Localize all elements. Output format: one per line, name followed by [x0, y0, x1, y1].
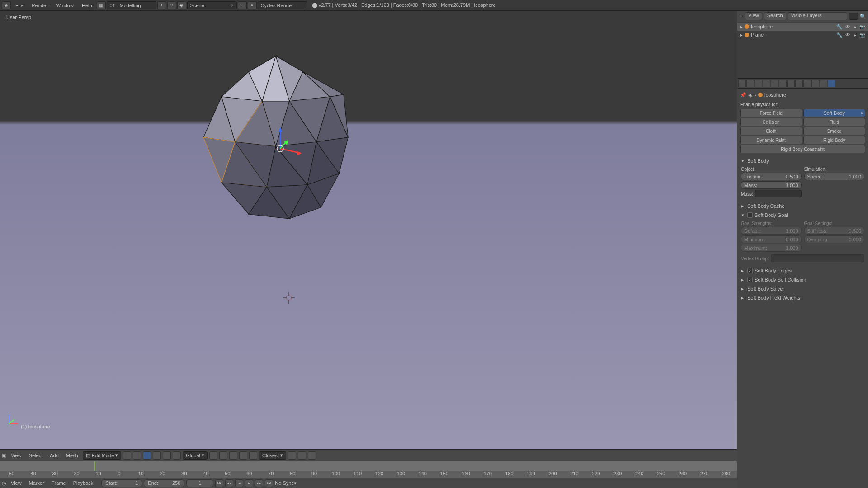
jump-prev-keyframe-button[interactable]: ◂◂	[225, 479, 233, 487]
layers-button[interactable]	[219, 451, 227, 460]
view3d-menu-select[interactable]: Select	[26, 453, 46, 458]
view3d-menu-view[interactable]: View	[8, 453, 24, 458]
collision-button[interactable]: Collision	[740, 118, 802, 126]
limit-selection-button[interactable]	[173, 451, 181, 460]
render-engine-dropdown[interactable]: Cycles Render	[258, 1, 307, 9]
search-icon[interactable]: 🔍	[860, 14, 866, 19]
disclosure-icon[interactable]: ▸	[740, 32, 743, 38]
pivot-button[interactable]	[133, 451, 141, 460]
layout-icon[interactable]: ▦	[97, 1, 106, 9]
self-collision-checkbox[interactable]	[747, 277, 753, 282]
close-icon[interactable]: ×	[861, 110, 863, 116]
outliner-filter-input[interactable]	[849, 13, 858, 20]
friction-field[interactable]: Friction:0.500	[741, 173, 802, 180]
play-reverse-button[interactable]: ◂	[235, 479, 243, 487]
playhead[interactable]	[94, 461, 95, 471]
blender-icon[interactable]: ◈	[2, 1, 11, 9]
menu-file[interactable]: File	[12, 0, 27, 11]
remove-layout-button[interactable]: ×	[167, 1, 176, 9]
snap-element-dropdown[interactable]: Closest▾	[259, 451, 286, 460]
current-frame-field[interactable]: 1	[186, 479, 213, 487]
tab-physics[interactable]	[828, 80, 835, 87]
restrict-select-icon[interactable]: ▸	[852, 24, 858, 29]
outliner-view-menu[interactable]: View	[745, 12, 762, 20]
timeline-menu-frame[interactable]: Frame	[49, 480, 69, 486]
rigid-body-button[interactable]: Rigid Body	[803, 136, 866, 144]
add-scene-button[interactable]: +	[238, 1, 247, 9]
tab-constraints[interactable]	[779, 80, 787, 87]
fluid-button[interactable]: Fluid	[803, 118, 866, 126]
menu-window[interactable]: Window	[52, 0, 77, 11]
frame-end-field[interactable]: End: 250	[144, 479, 184, 487]
play-button[interactable]: ▸	[245, 479, 253, 487]
proportional-edit-button[interactable]	[239, 451, 247, 460]
tab-render-layers[interactable]	[746, 80, 754, 87]
pin-icon[interactable]: 📌	[740, 92, 746, 98]
snap-toggle[interactable]	[249, 451, 257, 460]
sync-dropdown[interactable]: No Sync▾	[275, 480, 297, 486]
tab-scene[interactable]	[755, 80, 762, 87]
add-layout-button[interactable]: +	[157, 1, 166, 9]
restrict-view-icon[interactable]: 👁	[844, 24, 851, 29]
panel-header-goal[interactable]: ▼Soft Body Goal	[740, 211, 865, 219]
tab-particles[interactable]	[820, 80, 827, 87]
timeline-editor-type-icon[interactable]: ◷	[2, 480, 6, 486]
restrict-render-icon[interactable]: 📷	[859, 24, 865, 29]
select-mode-face[interactable]	[163, 451, 171, 460]
icosphere-mesh[interactable]	[190, 52, 362, 228]
outliner-tree[interactable]: ▸ Icosphere 🔧 👁▸📷 ▸ Plane 🔧 👁▸📷	[737, 22, 868, 78]
screen-layout-dropdown[interactable]: 01 - Modelling	[107, 1, 156, 9]
timeline-menu-marker[interactable]: Marker	[26, 480, 47, 486]
manipulator-toggle[interactable]	[209, 451, 217, 460]
scene-icon[interactable]: ◉	[177, 1, 186, 9]
orientation-dropdown[interactable]: Global▾	[183, 451, 208, 460]
jump-to-start-button[interactable]: ⏮	[215, 479, 223, 487]
panel-header-cache[interactable]: ▶Soft Body Cache	[740, 202, 865, 210]
force-field-button[interactable]: Force Field	[740, 109, 802, 117]
remove-scene-button[interactable]: ×	[248, 1, 257, 9]
mass-vertex-group-input[interactable]	[755, 190, 802, 197]
scene-dropdown[interactable]: Scene 2	[187, 1, 237, 9]
mass-field[interactable]: Mass:1.000	[741, 181, 802, 189]
timeline-scrub-area[interactable]	[0, 461, 737, 471]
cloth-button[interactable]: Cloth	[740, 127, 802, 135]
tab-texture[interactable]	[811, 80, 819, 87]
render-opengl-still[interactable]	[288, 451, 296, 460]
panel-header-solver[interactable]: ▶Soft Body Solver	[740, 285, 865, 293]
mode-dropdown[interactable]: ▧ Edit Mode ▾	[83, 451, 122, 460]
tab-modifiers[interactable]	[787, 80, 795, 87]
breadcrumb-object-name[interactable]: Icosphere	[764, 92, 786, 98]
timeline-menu-view[interactable]: View	[8, 480, 24, 486]
tab-material[interactable]	[803, 80, 811, 87]
panel-header-self-collision[interactable]: ▶Soft Body Self Collision	[740, 276, 865, 284]
modifier-icon[interactable]: 🔧	[836, 32, 843, 38]
goal-checkbox[interactable]	[747, 212, 753, 218]
viewport-shading-button[interactable]	[123, 451, 131, 460]
modifier-icon[interactable]: 🔧	[836, 24, 843, 30]
menu-render[interactable]: Render	[28, 0, 52, 11]
smoke-button[interactable]: Smoke	[803, 127, 866, 135]
tab-object[interactable]	[771, 80, 778, 87]
jump-next-keyframe-button[interactable]: ▸▸	[255, 479, 263, 487]
panel-header-soft-body[interactable]: ▼Soft Body	[740, 157, 865, 165]
gpencil-button[interactable]	[308, 451, 316, 460]
render-opengl-anim[interactable]	[298, 451, 306, 460]
tab-render[interactable]	[738, 80, 746, 87]
view3d-region[interactable]: User Persp	[0, 11, 737, 449]
restrict-select-icon[interactable]: ▸	[852, 33, 858, 38]
view3d-menu-add[interactable]: Add	[47, 453, 61, 458]
outliner-item-plane[interactable]: ▸ Plane 🔧 👁▸📷	[737, 31, 868, 39]
rigid-body-constraint-button[interactable]: Rigid Body Constraint	[740, 145, 865, 153]
jump-to-end-button[interactable]: ⏭	[265, 479, 273, 487]
timeline-menu-playback[interactable]: Playback	[71, 480, 96, 486]
restrict-render-icon[interactable]: 📷	[859, 33, 865, 38]
menu-help[interactable]: Help	[78, 0, 96, 11]
disclosure-icon[interactable]: ▸	[740, 24, 743, 30]
outliner-item-icosphere[interactable]: ▸ Icosphere 🔧 👁▸📷	[737, 23, 868, 31]
outliner-search-menu[interactable]: Search	[764, 12, 786, 20]
dynamic-paint-button[interactable]: Dynamic Paint	[740, 136, 802, 144]
frame-start-field[interactable]: Start: 1	[101, 479, 142, 487]
speed-field[interactable]: Speed:1.000	[804, 173, 865, 180]
soft-body-button[interactable]: Soft Body×	[803, 109, 866, 117]
tab-world[interactable]	[763, 80, 770, 87]
